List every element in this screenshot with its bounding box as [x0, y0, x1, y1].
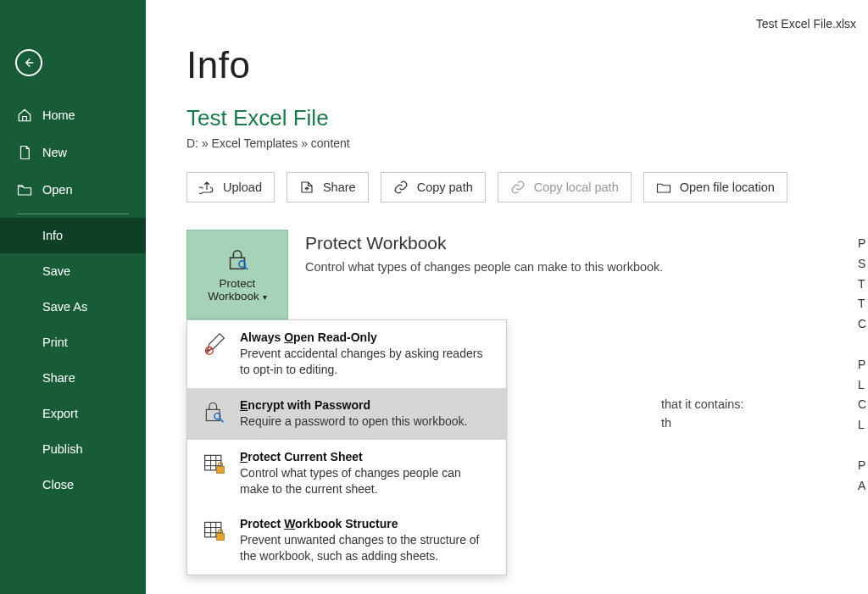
protect-workbook-button[interactable]: Protect Workbook ▾ — [186, 230, 288, 319]
svg-line-7 — [220, 419, 223, 422]
protect-workbook-menu: Always Open Read-Only Prevent accidental… — [186, 319, 507, 575]
button-label: Open file location — [680, 180, 775, 194]
nav-publish[interactable]: Publish — [0, 431, 146, 467]
lock-search-icon — [225, 247, 250, 272]
button-label-line2: Workbook — [208, 290, 259, 303]
copy-path-button[interactable]: Copy path — [381, 172, 486, 203]
button-label-line1: Protect — [220, 277, 256, 290]
section-description: Control what types of changes people can… — [305, 260, 663, 274]
inspect-partial-text: that it contains: th — [661, 395, 744, 433]
menu-item-read-only[interactable]: Always Open Read-Only Prevent accidental… — [187, 320, 506, 388]
menu-item-protect-sheet[interactable]: Protect Current Sheet Control what types… — [187, 440, 506, 508]
svg-rect-19 — [217, 534, 225, 541]
breadcrumb: D: » Excel Templates » content — [186, 136, 868, 150]
menu-item-desc: Require a password to open this workbook… — [240, 414, 467, 430]
folder-icon — [656, 180, 671, 195]
nav-home[interactable]: Home — [0, 97, 146, 134]
new-file-icon — [17, 145, 32, 160]
menu-item-encrypt[interactable]: Encrypt with Password Require a password… — [187, 388, 506, 440]
sidebar-divider — [17, 214, 129, 214]
link-icon — [393, 180, 409, 195]
nav-label: Open — [42, 183, 72, 197]
menu-item-title: Protect Workbook Structure — [240, 517, 492, 530]
nav-label: Save As — [42, 300, 87, 314]
grid-lock-icon — [203, 517, 228, 564]
upload-button[interactable]: Upload — [186, 172, 275, 203]
open-folder-icon — [17, 182, 32, 197]
link-icon — [510, 180, 526, 195]
upload-icon — [199, 180, 214, 195]
lock-search-icon — [203, 398, 228, 430]
properties-panel-edge: P S T T C P L C L P A — [858, 234, 868, 496]
nav-save-as[interactable]: Save As — [0, 289, 146, 325]
share-icon — [299, 180, 314, 195]
nav-label: Home — [42, 108, 75, 122]
menu-item-protect-structure[interactable]: Protect Workbook Structure Prevent unwan… — [187, 507, 506, 575]
pencil-forbid-icon — [203, 330, 228, 378]
button-label: Copy local path — [534, 180, 619, 194]
svg-rect-13 — [217, 466, 225, 473]
menu-item-title: Protect Current Sheet — [240, 450, 492, 464]
nav-print[interactable]: Print — [0, 325, 146, 360]
nav-label: Info — [42, 229, 63, 242]
share-button[interactable]: Share — [287, 172, 369, 203]
home-icon — [17, 108, 32, 123]
button-label: Copy path — [417, 180, 473, 194]
chevron-down-icon: ▾ — [263, 292, 267, 302]
nav-label: Share — [42, 371, 75, 385]
nav-label: Export — [42, 407, 78, 420]
nav-label: Publish — [42, 442, 83, 456]
section-title: Protect Workbook — [305, 233, 663, 253]
menu-item-desc: Control what types of changes people can… — [240, 465, 492, 497]
nav-new[interactable]: New — [0, 134, 146, 171]
main-content: Info Test Excel File D: » Excel Template… — [146, 0, 868, 594]
protect-section: Protect Workbook ▾ Always Open Read-Only… — [186, 230, 868, 319]
menu-item-desc: Prevent unwanted changes to the structur… — [240, 532, 492, 564]
menu-item-title: Always Open Read-Only — [240, 330, 492, 344]
nav-save[interactable]: Save — [0, 253, 146, 289]
arrow-left-icon — [22, 56, 36, 69]
nav-share[interactable]: Share — [0, 360, 146, 396]
nav-open[interactable]: Open — [0, 171, 146, 208]
document-title: Test Excel File — [186, 105, 868, 131]
nav-label: Close — [42, 478, 74, 491]
menu-item-desc: Prevent accidental changes by asking rea… — [240, 346, 492, 378]
nav-close[interactable]: Close — [0, 467, 146, 502]
copy-local-path-button: Copy local path — [498, 172, 632, 203]
button-label: Upload — [223, 180, 262, 194]
nav-label: Print — [42, 336, 68, 349]
nav-label: New — [42, 146, 67, 159]
action-bar: Upload Share Copy path Copy local path O… — [186, 172, 868, 203]
back-button[interactable] — [15, 49, 42, 76]
open-location-button[interactable]: Open file location — [643, 172, 787, 203]
backstage-sidebar: Home New Open Info Save Save As Print Sh… — [0, 0, 146, 594]
button-label: Share — [323, 180, 356, 194]
nav-label: Save — [42, 264, 70, 278]
page-heading: Info — [186, 44, 868, 86]
nav-export[interactable]: Export — [0, 396, 146, 431]
grid-lock-icon — [203, 450, 228, 497]
nav-info[interactable]: Info — [0, 218, 146, 253]
menu-item-title: Encrypt with Password — [240, 398, 467, 412]
